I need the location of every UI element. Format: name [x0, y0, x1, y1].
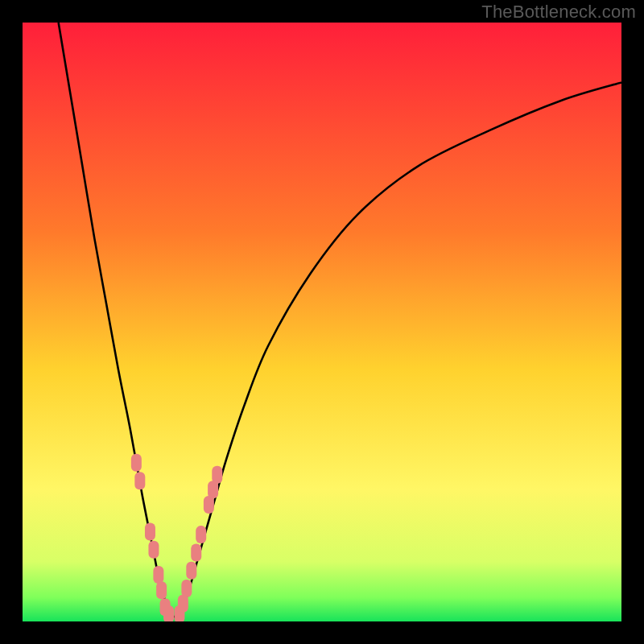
data-marker — [191, 543, 201, 561]
data-marker — [156, 581, 167, 599]
data-marker — [131, 454, 142, 472]
data-marker — [134, 472, 145, 489]
data-marker — [148, 541, 159, 559]
chart-frame: TheBottleneck.com — [0, 0, 644, 644]
data-marker — [196, 526, 206, 543]
data-marker — [163, 605, 174, 621]
chart-svg — [23, 23, 621, 621]
data-marker — [153, 566, 163, 584]
data-marker — [181, 580, 192, 597]
watermark-text: TheBottleneck.com — [481, 2, 636, 23]
data-marker — [145, 522, 155, 540]
data-marker — [186, 562, 196, 580]
plot-area — [23, 23, 621, 621]
data-marker — [212, 466, 222, 484]
